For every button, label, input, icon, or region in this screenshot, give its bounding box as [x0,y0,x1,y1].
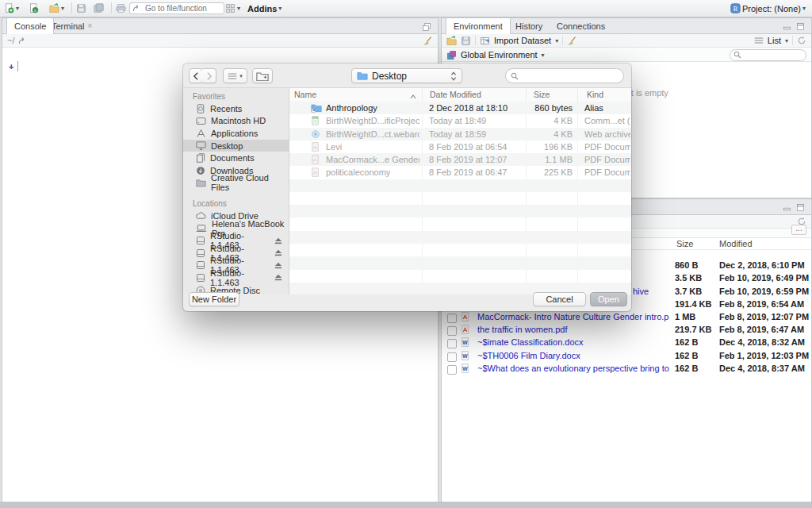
sidebar-item-rstudio-1-1-463[interactable]: RStudio-1.1.463 [183,271,289,284]
project-menu[interactable]: R Project: (None) ▾ [730,2,806,15]
chevron-down-icon: ▾ [555,37,558,44]
file-date: 8 Feb 2019 at 06:47 [429,167,507,177]
new-file-button[interactable]: ▾ [4,2,19,15]
file-modified: Feb 8, 2019, 6:47 AM [719,325,804,334]
tab-connections[interactable]: Connections [550,18,612,33]
panes-layout-button[interactable]: ▾ [225,2,240,15]
open-button[interactable]: Open [590,292,627,306]
minimize-icon[interactable] [783,203,791,212]
file-checkbox[interactable] [447,352,457,362]
file-checkbox[interactable] [447,314,457,323]
dialog-file-row[interactable]: BirthWeightD...ct.webarchiveToday at 18:… [289,128,631,140]
dialog-file-row[interactable]: BirthWeightD...ificProject.csvToday at 1… [289,114,631,127]
file-checkbox[interactable] [447,339,457,348]
column-kind[interactable]: Kind [587,90,603,99]
save-all-button[interactable] [94,2,104,15]
file-date: 8 Feb 2019 at 06:54 [429,142,507,152]
dialog-file-row[interactable]: MacCormack...e Gender intro8 Feb 2019 at… [289,153,631,166]
goto-file-input[interactable] [144,3,218,13]
r-project-icon: R [730,3,741,13]
tab-terminal-label: Terminal [52,21,85,31]
save-button[interactable] [76,2,86,15]
pdf-icon [461,325,469,334]
table-row[interactable]: W~$imate Classification.docx162 BDec 4, … [442,337,811,349]
eject-icon[interactable] [274,262,282,269]
location-popup[interactable]: Desktop [351,68,462,83]
file-date: 8 Feb 2019 at 12:07 [429,155,507,164]
file-size: 3.5 KB [675,273,702,283]
view-mode-button[interactable]: ▾ [223,68,247,83]
console-caret [17,61,18,71]
goto-file-search[interactable] [129,2,224,14]
environment-pane-controls [783,22,805,31]
file-name-link[interactable]: the traffic in women.pdf [477,325,568,334]
new-file-icon [4,3,14,13]
eject-icon[interactable] [274,274,282,281]
forward-button[interactable] [202,68,216,83]
list-view-button[interactable]: List [768,36,781,45]
eject-icon[interactable] [274,237,282,244]
load-workspace-icon[interactable] [446,36,457,46]
print-button[interactable] [116,2,126,15]
sidebar-item-applications[interactable]: Applications [183,127,289,140]
environment-search-input[interactable] [744,50,802,60]
file-name-link[interactable]: MacCormack- Intro Nature Culture Gender … [477,312,669,321]
eject-icon[interactable] [274,249,282,256]
rstudio-window: ▾ x ▾ ▾ Addins ▾ R Project: (None) ▾ [0,0,812,508]
dialog-search[interactable] [505,68,624,83]
dialog-file-row[interactable]: Anthropology2 Dec 2018 at 18:10860 bytes… [289,102,631,114]
column-date-modified[interactable]: Date Modified [430,90,481,99]
clear-console-icon[interactable] [423,36,433,46]
open-file-button[interactable]: ▾ [49,2,64,15]
dialog-footer: New Folder Cancel Open [183,294,631,311]
sidebar-item-macintosh-hd[interactable]: Macintosh HD [183,115,289,128]
back-button[interactable] [189,68,203,83]
sidebar-item-recents[interactable]: Recents [183,102,289,115]
global-environment-dropdown[interactable]: Global Environment [461,50,538,60]
dialog-file-row[interactable]: Levi8 Feb 2019 at 06:54196 KBPDF Documen… [289,140,631,153]
chevron-down-icon: ▾ [239,73,243,79]
table-row[interactable]: W~$TH0006 Film Diary.docx162 BFeb 1, 201… [442,350,811,363]
file-name-link[interactable]: ~$TH0006 Film Diary.docx [477,351,580,360]
file-modified: Dec 2, 2018, 6:10 PM [719,260,805,270]
sidebar-item-desktop[interactable]: Desktop [183,140,289,152]
maximize-icon[interactable] [796,203,805,212]
forward-icon [206,72,213,80]
new-project-button[interactable]: x [29,2,39,15]
file-name-link[interactable]: ~$What does an evolutionary perspective … [477,364,669,373]
close-icon[interactable]: × [88,21,93,30]
file-name-link[interactable]: ~$imate Classification.docx [477,337,584,347]
cancel-button[interactable]: Cancel [533,292,586,306]
new-folder-toolbar-button[interactable] [252,68,273,83]
tab-environment[interactable]: Environment [446,18,511,34]
breadcrumb-overflow-button[interactable]: ... [791,225,806,235]
file-name: MacCormack...e Gender intro [326,155,419,164]
file-checkbox[interactable] [447,365,457,375]
maximize-icon[interactable] [796,22,805,31]
chevron-down-icon: ▾ [542,52,545,59]
refresh-icon[interactable] [797,36,806,45]
dialog-file-row[interactable]: politicaleconomy8 Feb 2019 at 06:47225 K… [289,166,631,179]
clear-environment-icon[interactable] [567,36,577,46]
new-folder-button[interactable]: New Folder [189,292,239,306]
dialog-search-input[interactable] [522,69,612,83]
column-size[interactable]: Size [534,90,550,99]
file-size: 196 KB [544,142,573,152]
list-view-icon [754,37,764,44]
new-project-icon: x [29,3,39,13]
table-row[interactable]: MacCormack- Intro Nature Culture Gender … [442,311,811,324]
column-name[interactable]: Name [294,90,316,99]
file-checkbox[interactable] [447,326,457,336]
tab-console[interactable]: Console [6,18,54,34]
restore-panes-icon[interactable] [422,22,431,32]
sidebar-item-documents[interactable]: Documents [183,152,289,164]
import-dataset-button[interactable]: Import Dataset [494,36,551,45]
addins-menu[interactable]: Addins ▾ [247,2,282,15]
environment-search[interactable] [730,49,806,61]
tab-history[interactable]: History [508,18,550,33]
minimize-icon[interactable] [783,22,791,31]
table-row[interactable]: the traffic in women.pdf219.7 KBFeb 8, 2… [442,324,811,337]
table-row[interactable]: W~$What does an evolutionary perspective… [442,363,811,375]
save-workspace-icon[interactable] [461,36,471,46]
sidebar-item-creative-cloud-files[interactable]: Creative Cloud Files [183,177,289,190]
